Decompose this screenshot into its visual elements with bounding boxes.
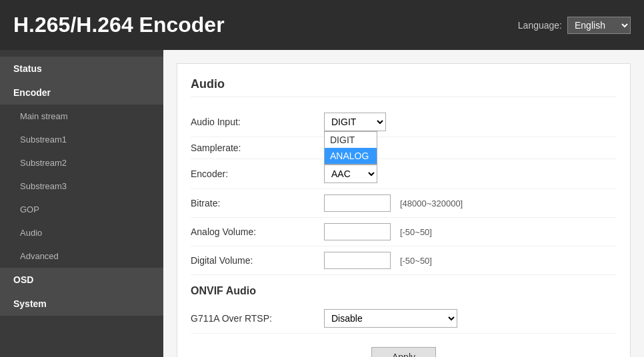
analog-volume-input[interactable]: 10 (324, 223, 391, 240)
sidebar-item-system[interactable]: System (0, 292, 163, 316)
samplerate-row: Samplerate: (191, 137, 617, 159)
sidebar-item-main-stream[interactable]: Main stream (0, 105, 163, 128)
digital-volume-control: 0 [-50~50] (324, 252, 432, 269)
g711-select[interactable]: Disable Enable (324, 309, 457, 328)
digital-volume-label: Digital Volume: (191, 255, 324, 266)
sidebar-item-gop[interactable]: GOP (0, 198, 163, 221)
encoder-label: Encoder: (191, 169, 324, 179)
sidebar-item-substream2[interactable]: Substream2 (0, 151, 163, 175)
audio-input-row: Audio Input: DIGIT ANALOG DIGIT ANALOG (191, 107, 617, 137)
bitrate-hint: [48000~320000] (400, 198, 463, 208)
sidebar-item-audio[interactable]: Audio (0, 221, 163, 244)
language-label: Language: (518, 20, 562, 31)
sidebar: Status Encoder Main stream Substream1 Su… (0, 50, 163, 357)
language-selector: Language: English Chinese Japanese (518, 17, 631, 34)
sidebar-item-encoder[interactable]: Encoder (0, 81, 163, 105)
encoder-select[interactable]: AAC G711A G711U (324, 165, 377, 183)
audio-input-dropdown: DIGIT ANALOG (324, 131, 377, 165)
apply-button[interactable]: Apply (371, 347, 436, 357)
g711-row: G711A Over RTSP: Disable Enable (191, 304, 617, 334)
audio-input-select[interactable]: DIGIT ANALOG (324, 113, 386, 131)
audio-section-title: Audio (191, 77, 617, 97)
audio-input-label: Audio Input: (191, 117, 324, 127)
analog-volume-label: Analog Volume: (191, 226, 324, 237)
sidebar-item-substream1[interactable]: Substream1 (0, 128, 163, 151)
samplerate-label: Samplerate: (191, 143, 324, 153)
audio-input-control: DIGIT ANALOG DIGIT ANALOG (324, 113, 386, 131)
main-layout: Status Encoder Main stream Substream1 Su… (0, 50, 644, 357)
header: H.265/H.264 Encoder Language: English Ch… (0, 0, 644, 50)
digital-volume-row: Digital Volume: 0 [-50~50] (191, 246, 617, 275)
g711-label: G711A Over RTSP: (191, 313, 324, 324)
dropdown-option-digit[interactable]: DIGIT (325, 132, 377, 148)
analog-volume-control: 10 [-50~50] (324, 223, 432, 240)
analog-volume-hint: [-50~50] (400, 227, 432, 237)
content-box: Audio Audio Input: DIGIT ANALOG DIGIT AN… (177, 63, 631, 357)
bitrate-row: Bitrate: 128000 [48000~320000] (191, 189, 617, 218)
encoder-row: Encoder: AAC G711A G711U (191, 159, 617, 189)
digital-volume-hint: [-50~50] (400, 256, 432, 266)
language-select[interactable]: English Chinese Japanese (567, 17, 631, 34)
encoder-control: AAC G711A G711U (324, 165, 377, 183)
g711-control: Disable Enable (324, 309, 457, 328)
dropdown-option-analog[interactable]: ANALOG (325, 148, 377, 164)
apply-row: Apply (191, 347, 617, 357)
main-content: Audio Audio Input: DIGIT ANALOG DIGIT AN… (163, 50, 644, 357)
sidebar-item-substream3[interactable]: Substream3 (0, 175, 163, 198)
bitrate-label: Bitrate: (191, 198, 324, 208)
sidebar-item-osd[interactable]: OSD (0, 268, 163, 292)
digital-volume-input[interactable]: 0 (324, 252, 391, 269)
analog-volume-row: Analog Volume: 10 [-50~50] (191, 218, 617, 246)
page-title: H.265/H.264 Encoder (13, 13, 225, 37)
bitrate-input[interactable]: 128000 (324, 194, 391, 212)
sidebar-item-advanced[interactable]: Advanced (0, 244, 163, 268)
onvif-section-title: ONVIF Audio (191, 285, 617, 297)
bitrate-control: 128000 [48000~320000] (324, 194, 463, 212)
sidebar-item-status[interactable]: Status (0, 57, 163, 81)
